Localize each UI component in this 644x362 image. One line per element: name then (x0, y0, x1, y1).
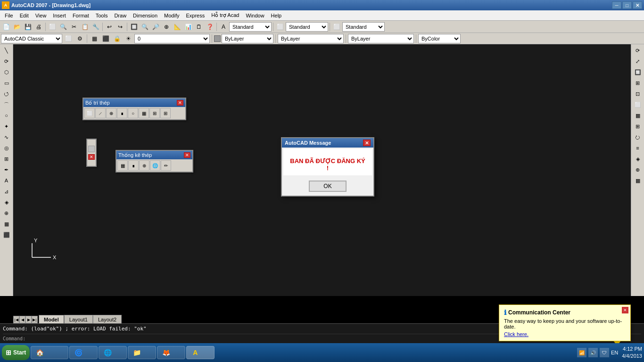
tab-model[interactable]: Model (39, 315, 64, 323)
botri-btn-3[interactable]: ⊕ (106, 108, 116, 118)
botri-btn-6[interactable]: ▦ (139, 108, 149, 118)
botri-btn-2[interactable]: ⟋ (95, 108, 106, 118)
tb-btn-13[interactable]: ❓ (205, 22, 215, 32)
tray-network-icon[interactable]: 📶 (577, 348, 586, 357)
tb-btn-12[interactable]: 🗒 (194, 22, 204, 32)
rt-btn-8[interactable]: ⊞ (633, 121, 643, 132)
tab-prev-btn[interactable]: ◀ (19, 316, 25, 323)
lt-btn-4[interactable]: ▭ (1, 78, 12, 88)
menu-draw[interactable]: Draw (111, 12, 129, 19)
linetype-combo[interactable]: ByLayer (278, 34, 344, 43)
open-btn[interactable]: 📂 (12, 22, 22, 32)
tb-btn-11[interactable]: 📊 (183, 22, 193, 32)
tb-btn-1[interactable]: ⬜ (47, 22, 58, 32)
workspace-combo[interactable]: AutoCAD Classic (1, 34, 62, 43)
rt-btn-10[interactable]: ≡ (633, 143, 643, 153)
thongke-btn-2[interactable]: ∎ (128, 160, 139, 171)
layers-btn3[interactable]: 🔒 (112, 33, 122, 44)
rt-btn-2[interactable]: ⤢ (633, 56, 643, 66)
color-combo[interactable]: ByLayer (222, 34, 273, 43)
taskbar-app-3[interactable]: 🌐 (99, 346, 127, 359)
minimize-btn[interactable]: ─ (612, 1, 621, 9)
botri-btn-4[interactable]: ∎ (117, 108, 127, 118)
redo-btn[interactable]: ↪ (115, 22, 125, 32)
layers-btn[interactable]: ▦ (89, 33, 99, 44)
tb-btn-7[interactable]: 🔍 (140, 22, 150, 32)
taskbar-app-1[interactable]: 🏠 (31, 346, 68, 359)
menu-help[interactable]: Help (268, 12, 285, 19)
save-btn[interactable]: 💾 (23, 22, 33, 32)
thongke-thep-close[interactable]: ✕ (184, 152, 190, 158)
small-panel-close[interactable]: ✕ (88, 154, 95, 160)
lt-btn-10[interactable]: ◎ (1, 143, 12, 153)
lt-btn-8[interactable]: ✦ (1, 121, 12, 132)
tb-btn-16[interactable]: ⬜ (331, 22, 342, 32)
lt-btn-11[interactable]: ⊞ (1, 154, 12, 164)
menu-edit[interactable]: Edit (17, 12, 32, 19)
tb-btn-9[interactable]: ⊕ (161, 22, 172, 32)
rt-btn-4[interactable]: ⊞ (633, 78, 643, 88)
thongke-btn-4[interactable]: 🌐 (150, 160, 160, 171)
plotstyle-combo[interactable]: ByColor (418, 34, 461, 43)
tb-btn-4[interactable]: 📋 (80, 22, 90, 32)
thongke-thep-title-bar[interactable]: Thống kê thép ✕ (116, 151, 192, 159)
undo-btn[interactable]: ↩ (104, 22, 115, 32)
botri-btn-5[interactable]: ○ (128, 108, 138, 118)
menu-express[interactable]: Express (183, 12, 207, 19)
comm-center-link[interactable]: Click here. (504, 331, 528, 337)
tb-btn-5[interactable]: 🔧 (91, 22, 101, 32)
rt-btn-6[interactable]: ⬜ (633, 99, 643, 110)
tb-btn-6[interactable]: 🔲 (129, 22, 139, 32)
rt-btn-11[interactable]: ◈ (633, 154, 643, 164)
menu-file[interactable]: File (2, 12, 16, 19)
tb-btn-15[interactable]: ⬜ (275, 22, 285, 32)
lt-btn-16[interactable]: ⊕ (1, 208, 12, 218)
botri-btn-7[interactable]: ⊞ (149, 108, 160, 118)
lt-btn-5[interactable]: ⭯ (1, 89, 12, 99)
tb-btn-2[interactable]: 🔍 (58, 22, 68, 32)
comm-center-close[interactable]: ✕ (622, 307, 628, 313)
lt-btn-13[interactable]: A (1, 175, 12, 186)
botri-thep-close[interactable]: ✕ (177, 100, 183, 106)
lt-btn-3[interactable]: ⬡ (1, 67, 12, 77)
tab-layout1[interactable]: Layout1 (64, 315, 93, 323)
thongke-btn-3[interactable]: ⊕ (139, 160, 149, 171)
style-combo[interactable]: Standard (229, 22, 272, 32)
tab-first-btn[interactable]: |◀ (13, 316, 19, 323)
rt-btn-1[interactable]: ⟳ (633, 45, 643, 56)
rt-btn-3[interactable]: 🔲 (633, 67, 643, 77)
menu-view[interactable]: View (33, 12, 50, 19)
botri-btn-1[interactable]: ⬜ (84, 108, 95, 118)
rt-btn-9[interactable]: ⭮ (633, 132, 643, 142)
menu-format[interactable]: Format (70, 12, 92, 19)
lt-btn-6[interactable]: ⌒ (1, 99, 12, 110)
layer-combo[interactable]: 0 (134, 34, 210, 43)
print-btn[interactable]: 🖨 (33, 22, 44, 32)
menu-hotro[interactable]: Hỗ trợ Acad (208, 11, 242, 19)
menu-insert[interactable]: Insert (50, 12, 69, 19)
taskbar-app-4[interactable]: 📁 (128, 346, 156, 359)
tab-last-btn[interactable]: ▶| (32, 316, 38, 323)
rt-btn-13[interactable]: ▦ (633, 175, 643, 186)
lineweight-combo[interactable]: ByLayer (348, 34, 414, 43)
lt-btn-7[interactable]: ○ (1, 110, 12, 121)
close-btn[interactable]: ✕ (633, 1, 642, 9)
lt-btn-9[interactable]: ∿ (1, 132, 12, 142)
tb-btn-3[interactable]: ✂ (69, 22, 79, 32)
menu-modify[interactable]: Modify (161, 12, 182, 19)
taskbar-app-5[interactable]: 🦊 (157, 346, 185, 359)
start-button[interactable]: ⊞ Start (2, 345, 30, 360)
taskbar-app-autocad[interactable]: A (186, 346, 215, 359)
tray-volume-icon[interactable]: 🔊 (588, 348, 598, 357)
tray-security-icon[interactable]: 🛡 (600, 348, 609, 357)
thongke-btn-5[interactable]: ✏ (161, 160, 171, 171)
maximize-btn[interactable]: □ (622, 1, 632, 9)
tab-next-btn[interactable]: ▶ (25, 316, 32, 323)
lt-btn-12[interactable]: ✒ (1, 165, 12, 175)
style-combo2[interactable]: Standard (286, 22, 328, 32)
dialog-ok-btn[interactable]: OK (309, 181, 347, 192)
botri-btn-8[interactable]: ⊞ (160, 108, 171, 118)
taskbar-app-2[interactable]: 🌀 (69, 346, 98, 359)
layers-btn2[interactable]: ⬛ (100, 33, 111, 44)
rt-btn-7[interactable]: ▦ (633, 110, 643, 121)
